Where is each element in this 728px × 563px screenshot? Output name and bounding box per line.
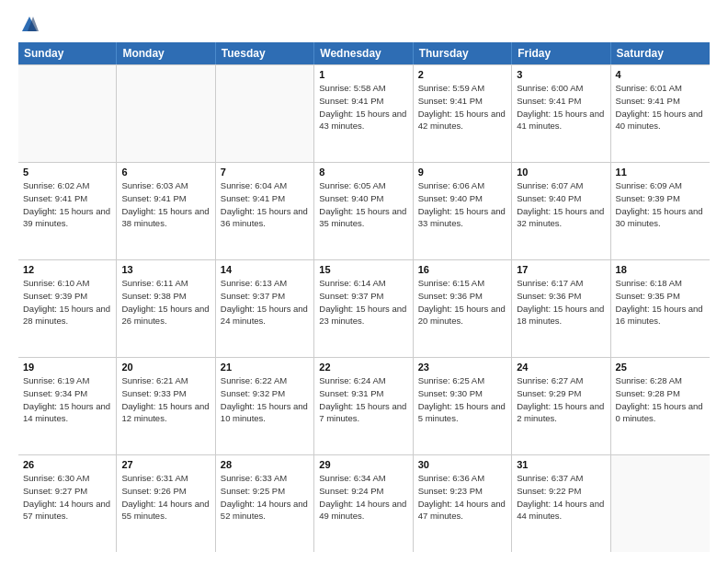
calendar-week-1: 1Sunrise: 5:58 AMSunset: 9:41 PMDaylight… <box>18 65 710 163</box>
sunrise-text: Sunrise: 6:27 AM <box>517 374 605 387</box>
sunrise-text: Sunrise: 6:03 AM <box>121 179 210 192</box>
daylight-text: Daylight: 15 hours and 10 minutes. <box>221 400 309 426</box>
day-number: 16 <box>418 264 506 275</box>
sunset-text: Sunset: 9:39 PM <box>616 192 705 205</box>
sunset-text: Sunset: 9:37 PM <box>221 290 309 303</box>
calendar-cell-4-4: 22Sunrise: 6:24 AMSunset: 9:31 PMDayligh… <box>314 358 413 454</box>
day-number: 1 <box>319 69 407 80</box>
sunset-text: Sunset: 9:34 PM <box>23 387 111 400</box>
daylight-text: Daylight: 15 hours and 30 minutes. <box>616 205 705 231</box>
daylight-text: Daylight: 15 hours and 5 minutes. <box>418 400 506 426</box>
day-number: 28 <box>221 459 309 470</box>
day-number: 19 <box>23 362 111 373</box>
sunrise-text: Sunrise: 6:05 AM <box>319 179 407 192</box>
sunrise-text: Sunrise: 6:19 AM <box>23 374 111 387</box>
daylight-text: Daylight: 15 hours and 32 minutes. <box>517 205 605 231</box>
day-number: 10 <box>517 167 605 178</box>
calendar-cell-1-7: 4Sunrise: 6:01 AMSunset: 9:41 PMDaylight… <box>611 65 710 162</box>
sunrise-text: Sunrise: 6:10 AM <box>23 277 111 290</box>
sunrise-text: Sunrise: 6:00 AM <box>517 82 605 95</box>
sunset-text: Sunset: 9:36 PM <box>418 290 506 303</box>
daylight-text: Daylight: 15 hours and 39 minutes. <box>23 205 111 231</box>
daylight-text: Daylight: 14 hours and 55 minutes. <box>121 498 210 523</box>
day-number: 25 <box>616 362 705 373</box>
sunset-text: Sunset: 9:33 PM <box>121 387 210 400</box>
sunset-text: Sunset: 9:23 PM <box>418 485 506 498</box>
calendar-cell-5-2: 27Sunrise: 6:31 AMSunset: 9:26 PMDayligh… <box>117 455 215 552</box>
sunset-text: Sunset: 9:36 PM <box>517 290 605 303</box>
calendar-header: Sunday Monday Tuesday Wednesday Thursday… <box>18 42 710 64</box>
calendar-cell-5-6: 31Sunrise: 6:37 AMSunset: 9:22 PMDayligh… <box>512 455 610 552</box>
day-number: 12 <box>23 264 111 275</box>
daylight-text: Daylight: 15 hours and 20 minutes. <box>418 303 506 328</box>
daylight-text: Daylight: 14 hours and 49 minutes. <box>319 498 407 523</box>
calendar-cell-5-5: 30Sunrise: 6:36 AMSunset: 9:23 PMDayligh… <box>414 455 512 552</box>
weekday-friday: Friday <box>512 42 610 64</box>
sunset-text: Sunset: 9:40 PM <box>418 192 506 205</box>
weekday-saturday: Saturday <box>611 42 710 64</box>
sunset-text: Sunset: 9:30 PM <box>418 387 506 400</box>
sunrise-text: Sunrise: 6:01 AM <box>616 82 705 95</box>
day-number: 18 <box>616 264 705 275</box>
sunset-text: Sunset: 9:31 PM <box>319 387 407 400</box>
sunset-text: Sunset: 9:41 PM <box>23 192 111 205</box>
sunrise-text: Sunrise: 6:21 AM <box>121 374 210 387</box>
daylight-text: Daylight: 15 hours and 36 minutes. <box>221 205 309 231</box>
sunrise-text: Sunrise: 6:30 AM <box>23 472 111 485</box>
calendar-cell-4-6: 24Sunrise: 6:27 AMSunset: 9:29 PMDayligh… <box>512 358 610 454</box>
sunset-text: Sunset: 9:32 PM <box>221 387 309 400</box>
day-number: 9 <box>418 167 506 178</box>
calendar-cell-1-5: 2Sunrise: 5:59 AMSunset: 9:41 PMDaylight… <box>414 65 512 162</box>
sunset-text: Sunset: 9:26 PM <box>121 485 210 498</box>
sunrise-text: Sunrise: 6:17 AM <box>517 277 605 290</box>
day-number: 4 <box>616 69 705 80</box>
calendar-cell-2-4: 8Sunrise: 6:05 AMSunset: 9:40 PMDaylight… <box>314 163 413 259</box>
daylight-text: Daylight: 14 hours and 47 minutes. <box>418 498 506 523</box>
daylight-text: Daylight: 15 hours and 28 minutes. <box>23 303 111 328</box>
calendar-cell-1-3 <box>216 65 314 162</box>
sunrise-text: Sunrise: 6:02 AM <box>23 179 111 192</box>
daylight-text: Daylight: 15 hours and 43 minutes. <box>319 108 407 133</box>
calendar-cell-5-7 <box>611 455 710 552</box>
calendar-cell-3-4: 15Sunrise: 6:14 AMSunset: 9:37 PMDayligh… <box>314 260 413 357</box>
day-number: 13 <box>121 264 210 275</box>
calendar-cell-5-3: 28Sunrise: 6:33 AMSunset: 9:25 PMDayligh… <box>216 455 314 552</box>
daylight-text: Daylight: 15 hours and 18 minutes. <box>517 303 605 328</box>
sunset-text: Sunset: 9:22 PM <box>517 485 605 498</box>
sunset-text: Sunset: 9:41 PM <box>319 95 407 108</box>
logo-icon <box>20 15 39 33</box>
logo <box>18 15 39 33</box>
calendar-cell-1-4: 1Sunrise: 5:58 AMSunset: 9:41 PMDaylight… <box>314 65 413 162</box>
sunset-text: Sunset: 9:40 PM <box>319 192 407 205</box>
day-number: 29 <box>319 459 407 470</box>
daylight-text: Daylight: 15 hours and 38 minutes. <box>121 205 210 231</box>
sunset-text: Sunset: 9:41 PM <box>121 192 210 205</box>
daylight-text: Daylight: 15 hours and 42 minutes. <box>418 108 506 133</box>
sunrise-text: Sunrise: 6:11 AM <box>121 277 210 290</box>
calendar-cell-3-7: 18Sunrise: 6:18 AMSunset: 9:35 PMDayligh… <box>611 260 710 357</box>
day-number: 5 <box>23 167 111 178</box>
calendar-cell-4-1: 19Sunrise: 6:19 AMSunset: 9:34 PMDayligh… <box>18 358 117 454</box>
calendar-cell-5-1: 26Sunrise: 6:30 AMSunset: 9:27 PMDayligh… <box>18 455 117 552</box>
day-number: 30 <box>418 459 506 470</box>
sunset-text: Sunset: 9:41 PM <box>517 95 605 108</box>
daylight-text: Daylight: 15 hours and 16 minutes. <box>616 303 705 328</box>
sunrise-text: Sunrise: 6:24 AM <box>319 374 407 387</box>
daylight-text: Daylight: 15 hours and 26 minutes. <box>121 303 210 328</box>
day-number: 7 <box>221 167 309 178</box>
calendar-cell-1-2 <box>117 65 215 162</box>
sunset-text: Sunset: 9:27 PM <box>23 485 111 498</box>
sunset-text: Sunset: 9:41 PM <box>418 95 506 108</box>
weekday-tuesday: Tuesday <box>216 42 314 64</box>
sunrise-text: Sunrise: 6:31 AM <box>121 472 210 485</box>
calendar-cell-4-3: 21Sunrise: 6:22 AMSunset: 9:32 PMDayligh… <box>216 358 314 454</box>
day-number: 22 <box>319 362 407 373</box>
day-number: 23 <box>418 362 506 373</box>
calendar-cell-3-2: 13Sunrise: 6:11 AMSunset: 9:38 PMDayligh… <box>117 260 215 357</box>
calendar-cell-2-2: 6Sunrise: 6:03 AMSunset: 9:41 PMDaylight… <box>117 163 215 259</box>
sunset-text: Sunset: 9:39 PM <box>23 290 111 303</box>
daylight-text: Daylight: 15 hours and 33 minutes. <box>418 205 506 231</box>
day-number: 11 <box>616 167 705 178</box>
sunrise-text: Sunrise: 6:34 AM <box>319 472 407 485</box>
daylight-text: Daylight: 15 hours and 0 minutes. <box>616 400 705 426</box>
